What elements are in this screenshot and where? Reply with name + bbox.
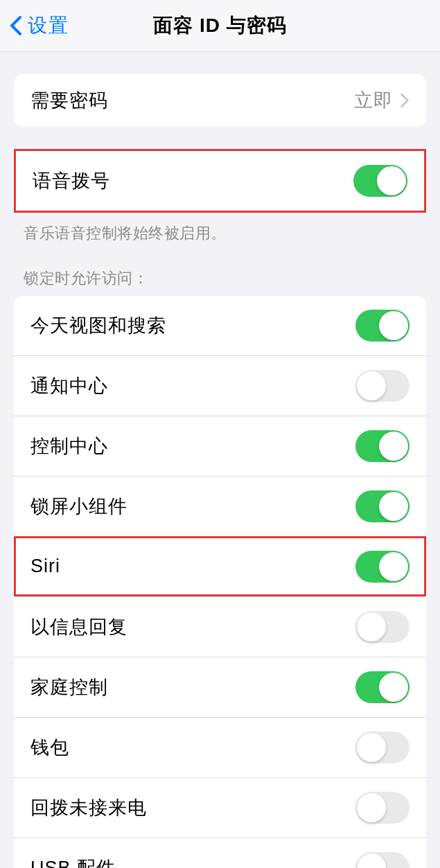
lock-access-item-label: Siri	[30, 556, 60, 577]
lock-access-item-toggle[interactable]	[355, 852, 410, 868]
lock-access-item-label: 以信息回复	[30, 614, 127, 639]
back-label: 设置	[28, 12, 69, 39]
lock-access-row: 今天视图和搜索	[14, 296, 426, 355]
lock-access-item-label: 钱包	[30, 735, 69, 760]
lock-access-item-label: 今天视图和搜索	[30, 313, 166, 338]
lock-access-row: 锁屏小组件	[14, 476, 426, 536]
lock-access-item-label: 家庭控制	[30, 675, 108, 700]
voice-dial-row: 语音拨号	[16, 151, 424, 211]
lock-access-item-toggle[interactable]	[355, 370, 410, 402]
voice-dial-label: 语音拨号	[33, 168, 110, 193]
lock-access-row: USB 配件	[14, 838, 426, 868]
lock-access-item-toggle[interactable]	[355, 671, 410, 703]
require-passcode-row[interactable]: 需要密码 立即	[14, 74, 426, 127]
lock-access-item-toggle[interactable]	[355, 551, 410, 583]
lock-access-item-label: USB 配件	[30, 856, 116, 868]
chevron-right-icon	[400, 93, 410, 108]
voice-dial-footer: 音乐语音控制将始终被启用。	[24, 222, 416, 245]
passcode-group: 需要密码 立即	[14, 74, 426, 127]
nav-header: 设置 面容 ID 与密码	[0, 0, 440, 52]
lock-access-item-toggle[interactable]	[355, 792, 410, 824]
lock-access-row: 回拨未接来电	[14, 777, 426, 838]
lock-access-group: 今天视图和搜索通知中心控制中心锁屏小组件Siri以信息回复家庭控制钱包回拨未接来…	[14, 296, 426, 868]
voice-dial-toggle[interactable]	[353, 165, 407, 197]
lock-access-row: 家庭控制	[14, 657, 426, 717]
lock-access-item-toggle[interactable]	[355, 310, 410, 342]
lock-access-item-label: 通知中心	[30, 373, 108, 398]
lock-access-item-label: 锁屏小组件	[30, 494, 127, 519]
lock-access-item-toggle[interactable]	[355, 732, 410, 763]
require-passcode-value-wrap: 立即	[354, 88, 410, 113]
lock-access-item-toggle[interactable]	[355, 490, 410, 522]
lock-access-header: 锁定时允许访问：	[24, 268, 416, 289]
voice-dial-group: 语音拨号	[14, 149, 426, 213]
back-chevron-icon	[10, 15, 22, 36]
lock-access-row: 钱包	[14, 717, 426, 777]
lock-access-row: 控制中心	[14, 416, 426, 476]
require-passcode-label: 需要密码	[30, 88, 108, 113]
lock-access-item-toggle[interactable]	[355, 430, 410, 462]
lock-access-row: 以信息回复	[14, 596, 426, 657]
lock-access-row: Siri	[14, 536, 426, 596]
require-passcode-value: 立即	[354, 88, 393, 113]
lock-access-item-label: 回拨未接来电	[30, 795, 147, 820]
lock-access-row: 通知中心	[14, 355, 426, 416]
back-button[interactable]: 设置	[10, 12, 69, 39]
lock-access-item-toggle[interactable]	[355, 611, 410, 643]
lock-access-item-label: 控制中心	[30, 434, 108, 459]
content: 需要密码 立即 语音拨号 音乐语音控制将始终被启用。 锁定时允许访问： 今天视图…	[0, 74, 440, 868]
